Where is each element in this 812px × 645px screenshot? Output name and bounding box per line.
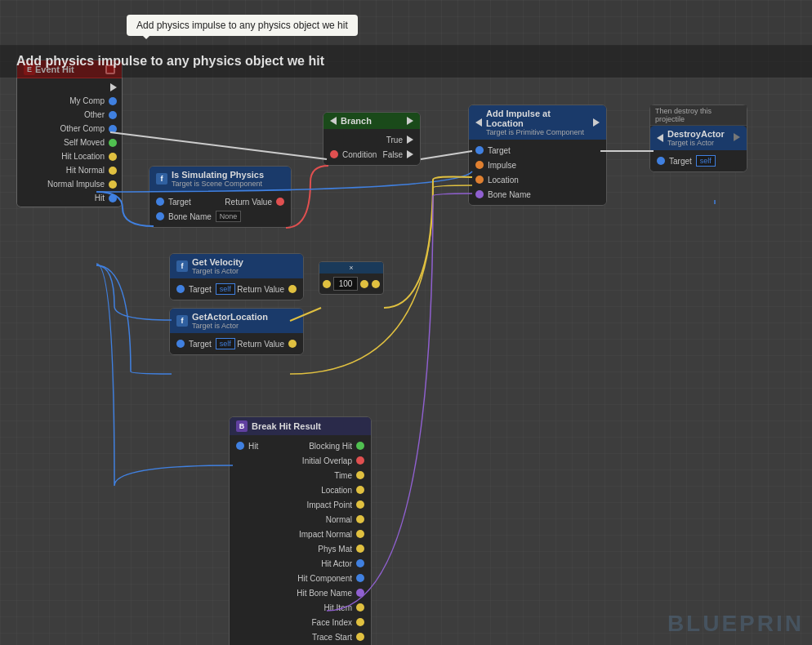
add-impulse-impulse-pin [475,161,484,169]
break-trace-start-row: Trace Start [230,629,371,644]
multiply-body [319,274,383,294]
branch-exec-out [407,117,413,125]
break-phys-mat-pin [356,545,364,553]
add-impulse-impulse-row: Impulse [469,158,606,172]
event-hit-body: My Comp Other Other Comp Self Moved Hit … [17,78,122,207]
break-hit-actor-pin [356,559,364,567]
destroy-actor-exec-out [734,133,740,143]
destroy-actor-exec-in [657,134,663,142]
get-actor-location-header: f GetActorLocation Target is Actor [170,309,303,333]
event-hit-normalimpulse-row: Normal Impulse [17,177,122,191]
branch-condition-row: Condition False [323,147,420,162]
get-velocity-target-pin [176,285,185,293]
break-hit-input-row: Hit Blocking Hit [230,438,371,453]
canvas[interactable]: E Event Hit My Comp Other Other Comp Se [0,45,812,645]
break-hit-actor-row: Hit Actor [230,556,371,571]
destroy-actor-comment: Then destroy this projectile [650,105,747,126]
watermark: BLUEPRIN [667,611,804,637]
add-impulse-exec-in [475,118,482,127]
event-hit-mycomp-row: My Comp [17,94,122,108]
get-actor-location-return-pin [288,340,297,348]
other-pin [109,111,117,119]
is-simulating-physics-header: f Is Simulating Physics Target is Scene … [149,167,291,191]
break-icon: B [236,420,248,432]
branch-condition-pin [330,150,338,158]
break-phys-mat-row: Phys Mat [230,541,371,556]
destroy-actor-body: Target self [650,150,747,171]
branch-header: Branch [323,113,420,129]
branch-true-row: True [323,132,420,147]
get-actor-location-node: f GetActorLocation Target is Actor Targe… [169,308,304,355]
event-hit-hit-row: Hit [17,191,122,205]
func-icon-velocity: f [176,260,188,272]
break-normal-pin [356,515,364,523]
get-actor-location-target-pin [176,340,185,348]
add-impulse-target-pin [475,146,484,154]
is-simulating-physics-node: f Is Simulating Physics Target is Scene … [149,166,292,228]
break-time-row: Time [230,468,371,483]
get-velocity-node: f Get Velocity Target is Actor Target se… [169,253,304,300]
break-trace-start-pin [356,633,364,641]
multiply-in-b [360,280,368,288]
break-hit-result-header: B Break Hit Result [230,417,371,435]
func-icon-location: f [176,315,188,327]
tooltip: Add physics impulse to any physics objec… [127,15,358,36]
get-actor-location-body: Target self Return Value [170,333,303,354]
get-velocity-body: Target self Return Value [170,278,303,300]
break-time-pin [356,471,364,479]
mycomp-pin [109,97,117,105]
is-sim-target-row: Target Return Value [149,194,291,209]
event-hit-exec-row [17,80,122,94]
get-velocity-header: f Get Velocity Target is Actor [170,254,303,278]
break-hit-component-row: Hit Component [230,571,371,585]
hit-pin [109,194,117,202]
event-hit-hitlocation-row: Hit Location [17,149,122,163]
multiply-out [372,280,380,288]
break-hit-item-pin [356,603,364,612]
break-hit-result-node: B Break Hit Result Hit Blocking Hit Init… [229,416,372,645]
break-impact-normal-pin [356,530,364,538]
add-impulse-bonename-row: Bone Name [469,187,606,202]
break-normal-row: Normal [230,512,371,527]
normalimpulse-pin [109,180,117,189]
event-hit-node: E Event Hit My Comp Other Other Comp Se [16,60,123,207]
banner: Add physics impulse to any physics objec… [0,45,812,78]
break-impact-point-pin [356,500,364,509]
add-impulse-body: Target Impulse Location Bone Name [469,140,606,205]
destroy-actor-node: Then destroy this projectile DestroyActo… [649,105,747,172]
break-blocking-hit-pin [356,442,364,450]
event-hit-othercomp-row: Other Comp [17,122,122,136]
is-sim-target-pin [156,198,164,206]
break-hit-bone-name-row: Hit Bone Name [230,585,371,600]
break-initial-overlap-pin [356,456,364,465]
add-impulse-target-row: Target [469,143,606,158]
get-actor-location-target-row: Target self Return Value [170,336,303,351]
break-impact-normal-row: Impact Normal [230,527,371,541]
hitnormal-pin [109,167,117,175]
branch-node: Branch True Condition False [323,112,421,166]
is-sim-bonename-row: Bone Name None [149,209,291,224]
branch-false-pin [407,150,413,158]
multiply-value-input[interactable] [333,277,358,291]
event-hit-exec-pin [110,83,117,91]
othercomp-pin [109,125,117,133]
branch-true-pin [407,136,413,144]
multiply-header: × [319,262,383,274]
multiply-in-a [323,280,331,288]
destroy-actor-target-row: Target self [650,153,747,168]
multiply-node: × [319,261,384,295]
is-sim-bonename-pin [156,212,164,220]
break-face-index-row: Face Index [230,615,371,629]
event-hit-hitnormal-row: Hit Normal [17,163,122,177]
add-impulse-bonename-pin [475,190,484,198]
selfmoved-pin [109,139,117,147]
branch-exec-in [330,117,337,125]
get-velocity-target-row: Target self Return Value [170,282,303,296]
hitlocation-pin [109,153,117,161]
break-hit-result-body: Hit Blocking Hit Initial Overlap Time [230,435,371,645]
is-simulating-physics-body: Target Return Value Bone Name None [149,191,291,227]
destroy-actor-target-pin [657,157,665,165]
add-impulse-node: Add Impulse at Location Target is Primit… [468,105,607,206]
break-hit-item-row: Hit Item [230,600,371,615]
break-hit-bone-name-pin [356,589,364,597]
